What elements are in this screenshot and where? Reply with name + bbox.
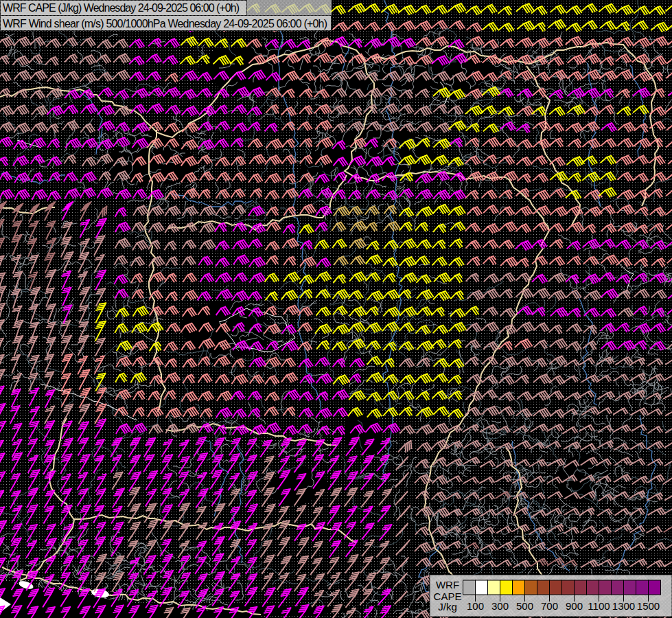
svg-text:WRF CAPE (J/kg) Wednesday 24-0: WRF CAPE (J/kg) Wednesday 24-09-2025 06:… <box>3 2 240 14</box>
svg-text:500: 500 <box>516 600 533 612</box>
svg-text:1300: 1300 <box>612 600 635 612</box>
svg-text:900: 900 <box>566 600 583 612</box>
svg-text:WRF Wind shear (m/s) 500/1000h: WRF Wind shear (m/s) 500/1000hPa Wednesd… <box>3 18 327 30</box>
svg-text:100: 100 <box>467 600 484 612</box>
svg-text:WRF: WRF <box>436 579 459 591</box>
svg-text:1500: 1500 <box>637 600 660 612</box>
svg-text:J/kg: J/kg <box>438 601 457 613</box>
svg-text:300: 300 <box>491 600 509 612</box>
svg-text:1100: 1100 <box>588 600 610 612</box>
svg-text:700: 700 <box>541 600 558 612</box>
